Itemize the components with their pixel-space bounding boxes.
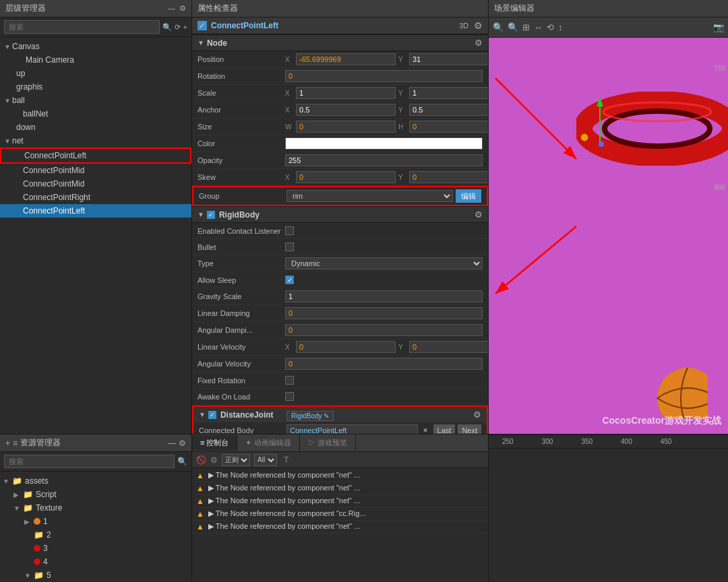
properties-panel: 属性检查器 ✓ ConnectPointLeft 3D ⚙ ▼ Node ⚙ P… — [192, 0, 489, 434]
allow-sleep-checkbox[interactable]: ✓ — [285, 276, 294, 284]
tree-item-connectpointleft1[interactable]: ConnectPointLeft — [0, 148, 191, 164]
console-filter-icon[interactable]: ⚙ — [210, 455, 218, 465]
scene-tool-3[interactable]: ⊞ — [522, 22, 530, 32]
awake-on-load-checkbox[interactable] — [285, 392, 294, 401]
console-all-select[interactable]: All — [254, 454, 277, 466]
awake-on-load-label: Awake On Load — [198, 393, 285, 401]
gravity-scale-input[interactable] — [285, 290, 483, 302]
anchor-x-input[interactable] — [296, 104, 396, 116]
rigidbody-gear-icon[interactable]: ⚙ — [475, 209, 483, 220]
size-w-input[interactable] — [296, 121, 396, 133]
msg-text-1: ▶ The Node referenced by component "net"… — [208, 471, 360, 480]
last-btn[interactable]: Last — [433, 424, 456, 434]
angular-damping-input[interactable] — [285, 324, 483, 336]
assets-search-input[interactable] — [4, 455, 175, 468]
hierarchy-add-icon[interactable]: + — [183, 23, 187, 31]
assets-item-t1[interactable]: ▶ 1 — [0, 515, 191, 528]
scene-tool-camera[interactable]: 📷 — [713, 22, 724, 32]
connected-body-close[interactable]: × — [421, 426, 431, 434]
node-gear-icon[interactable]: ⚙ — [475, 38, 483, 48]
distance-joint-section-header[interactable]: ▼ ✓ DistanceJoint ⚙ — [193, 407, 487, 422]
linear-velocity-x-input[interactable] — [296, 341, 396, 353]
hierarchy-search-input[interactable] — [4, 20, 160, 34]
group-edit-btn[interactable]: 编辑 — [456, 189, 481, 203]
linear-velocity-y-input[interactable] — [409, 341, 488, 353]
tree-item-ballnet[interactable]: ballNet — [0, 107, 191, 121]
rigidbody-section-header[interactable]: ▼ ✓ RigidBody ⚙ — [192, 206, 488, 223]
tree-item-ball[interactable]: ▼ ball — [0, 94, 191, 107]
console-tab-animation[interactable]: ✦ 动画编辑器 — [237, 435, 299, 451]
size-h-input[interactable] — [409, 121, 488, 133]
scene-tool-4[interactable]: ↔ — [534, 22, 543, 32]
hierarchy-refresh-icon[interactable]: ⟳ — [175, 23, 181, 32]
skew-y-input[interactable] — [409, 171, 488, 183]
scene-tool-6[interactable]: ↕ — [558, 22, 563, 32]
position-x-input[interactable] — [296, 53, 396, 65]
console-normal-select[interactable]: 正则 — [222, 454, 250, 466]
fixed-rotation-checkbox[interactable] — [285, 376, 294, 385]
svg-line-9 — [495, 78, 576, 159]
position-y-input[interactable] — [409, 53, 488, 65]
console-msg-5: ▲ ▶ The Node referenced by component "ne… — [192, 521, 488, 534]
bullet-checkbox[interactable] — [285, 243, 294, 251]
console-tab-preview[interactable]: ▷ 游戏预览 — [300, 435, 356, 451]
assets-item-t4[interactable]: 4 — [0, 555, 191, 569]
linear-damping-input[interactable] — [285, 307, 483, 319]
comp-gear-icon[interactable]: ⚙ — [474, 20, 483, 31]
scene-tool-1[interactable]: 🔍 — [493, 22, 504, 32]
connected-body-input[interactable] — [286, 424, 418, 434]
scale-x-input[interactable] — [296, 87, 396, 99]
console-tab-console[interactable]: ≡ 控制台 — [192, 435, 237, 451]
assets-item-script[interactable]: ▶ 📁 Script — [0, 488, 191, 501]
hierarchy-settings-icon[interactable]: ⚙ — [179, 4, 186, 13]
color-box[interactable] — [285, 137, 483, 150]
anchor-y-input[interactable] — [409, 104, 488, 116]
tree-item-net[interactable]: ▼ net — [0, 134, 191, 148]
console-clear-icon[interactable]: 🚫 — [196, 455, 206, 465]
scene-view[interactable]: 750 800 850 900 — [489, 38, 728, 434]
angular-damping-label: Angular Dampi... — [198, 326, 285, 334]
tree-item-up[interactable]: up — [0, 67, 191, 80]
assets-item-t2[interactable]: 📁 2 — [0, 528, 191, 542]
tree-item-main-camera[interactable]: Main Camera — [0, 53, 191, 67]
scale-y-input[interactable] — [409, 87, 488, 99]
type-dropdown[interactable]: Dynamic — [285, 257, 483, 269]
node-section-header[interactable]: ▼ Node ⚙ — [192, 34, 488, 51]
tree-item-connectpointleft2[interactable]: ConnectPointLeft — [0, 204, 191, 218]
skew-x-input[interactable] — [296, 171, 396, 183]
opacity-input[interactable] — [285, 154, 483, 166]
tree-item-connectpointmid1[interactable]: ConnectPointMid — [0, 164, 191, 177]
rotation-input[interactable] — [285, 70, 483, 82]
scene-tool-2[interactable]: 🔍 — [508, 22, 518, 32]
assets-item-t5[interactable]: ▼ 📁 5 — [0, 569, 191, 582]
assets-settings-icon[interactable]: ⚙ — [179, 439, 186, 448]
connectpointmid2-label: ConnectPointMid — [23, 179, 84, 189]
angular-velocity-input[interactable] — [285, 358, 483, 370]
console-t-icon[interactable]: T — [284, 455, 289, 465]
assets-add-icon[interactable]: + — [5, 439, 10, 448]
dj-gear-icon[interactable]: ⚙ — [473, 410, 481, 420]
group-dropdown[interactable]: rim — [286, 190, 453, 202]
tree-item-connectpointmid2[interactable]: ConnectPointMid — [0, 177, 191, 191]
scene-tool-5[interactable]: ⟲ — [547, 22, 554, 32]
assets-search-icon[interactable]: 🔍 — [177, 457, 187, 466]
enabled-contact-checkbox[interactable] — [285, 226, 294, 235]
assets-minimize-icon[interactable]: — — [168, 439, 176, 448]
assets-item-assets[interactable]: ▼ 📁 assets — [0, 474, 191, 488]
assets-item-texture[interactable]: ▼ 📁 Texture — [0, 501, 191, 515]
svg-point-6 — [581, 134, 588, 141]
tree-item-down[interactable]: down — [0, 121, 191, 134]
t3-label: 3 — [43, 544, 48, 553]
tree-item-graphis[interactable]: graphis — [0, 80, 191, 94]
assets-item-t3[interactable]: 3 — [0, 542, 191, 555]
dj-check: ✓ — [208, 411, 216, 419]
tree-item-canvas[interactable]: ▼ Canvas — [0, 40, 191, 53]
angular-damping-row: Angular Dampi... — [192, 322, 488, 339]
hierarchy-minus-icon[interactable]: — — [168, 4, 175, 13]
search-icon[interactable]: 🔍 — [162, 23, 172, 32]
linear-velocity-label: Linear Velocity — [198, 343, 285, 351]
assets-title: 资源管理器 — [20, 437, 168, 449]
assets-sort-icon[interactable]: ≡ — [13, 439, 18, 448]
next-btn[interactable]: Next — [458, 424, 481, 434]
tree-item-connectpointright[interactable]: ConnectPointRight — [0, 191, 191, 204]
